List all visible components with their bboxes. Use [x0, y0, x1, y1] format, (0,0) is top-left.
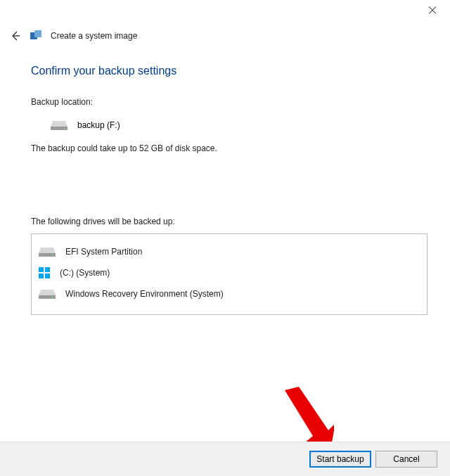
drive-name: (C:) (System) [60, 268, 110, 278]
backup-location-value: backup (F:) [77, 120, 120, 130]
svg-marker-12 [39, 290, 56, 295]
windows-icon [39, 267, 50, 278]
drive-name: Windows Recovery Environment (System) [65, 289, 224, 299]
svg-point-7 [52, 255, 53, 256]
backup-location-row: backup (F:) [51, 120, 428, 131]
drive-icon [39, 246, 56, 257]
drive-name: EFI System Partition [65, 247, 142, 257]
backup-location-label: Backup location: [31, 97, 428, 107]
list-item: EFI System Partition [36, 241, 423, 262]
annotation-arrow-icon [278, 387, 334, 450]
svg-marker-15 [285, 387, 334, 450]
drives-list: EFI System Partition (C:) (System) [31, 233, 428, 315]
svg-rect-8 [39, 267, 44, 272]
svg-rect-10 [39, 274, 44, 278]
svg-rect-9 [45, 267, 50, 272]
list-item: (C:) (System) [36, 262, 423, 283]
start-backup-button[interactable]: Start backup [309, 451, 371, 468]
backup-size-note: The backup could take up to 52 GB of dis… [31, 143, 428, 153]
svg-marker-2 [51, 121, 68, 127]
close-button[interactable] [428, 6, 437, 15]
drives-section-label: The following drives will be backed up: [31, 217, 428, 226]
back-button[interactable] [10, 30, 21, 41]
system-image-icon [30, 30, 42, 42]
list-item: Windows Recovery Environment (System) [36, 283, 423, 304]
svg-rect-1 [34, 30, 41, 37]
drive-icon [51, 120, 68, 131]
svg-rect-11 [45, 274, 50, 278]
drive-icon [39, 288, 56, 300]
cancel-button[interactable]: Cancel [375, 451, 437, 468]
svg-marker-5 [39, 247, 56, 253]
window-title: Create a system image [51, 31, 137, 41]
svg-point-14 [52, 297, 53, 298]
page-title: Confirm your backup settings [31, 65, 428, 77]
svg-point-4 [64, 128, 65, 129]
dialog-footer: Start backup Cancel [0, 442, 450, 476]
